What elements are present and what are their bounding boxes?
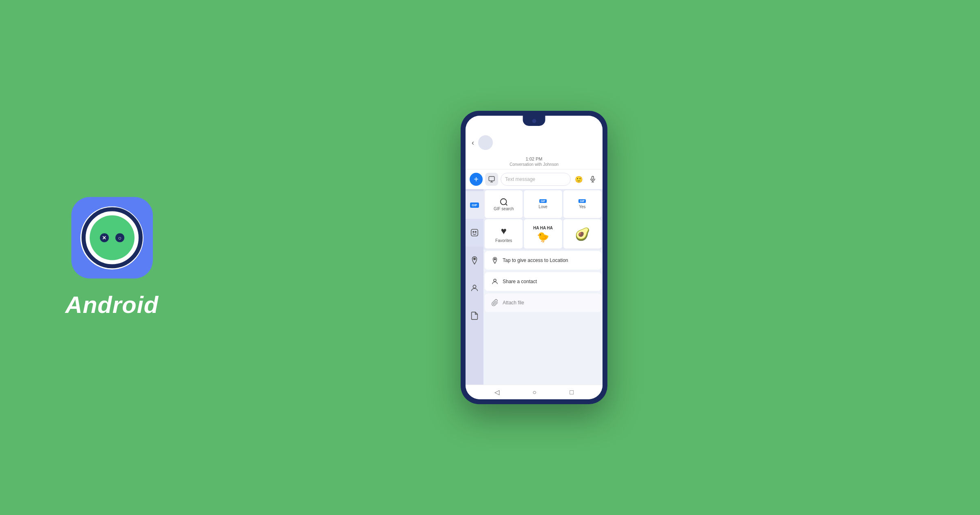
text-message-input[interactable]: Text message: [501, 173, 571, 186]
location-action-row[interactable]: Tap to give access to Location: [485, 251, 601, 270]
location-action-icon: [491, 257, 499, 264]
svg-rect-1: [592, 176, 594, 180]
sidebar-file-tab[interactable]: [466, 302, 483, 330]
favorites-label: Favorites: [495, 238, 512, 243]
gif-search-label: GIF search: [494, 207, 514, 211]
contact-action-icon: [491, 278, 499, 285]
attach-file-action-row[interactable]: Attach file: [485, 293, 601, 312]
location-action-label: Tap to give access to Location: [503, 258, 568, 263]
bottom-panel: GIF: [466, 189, 603, 385]
sidebar-sticker-tab[interactable]: [466, 219, 483, 246]
contact-action-row[interactable]: Share a contact: [485, 272, 601, 291]
gif-yes-label: Yes: [579, 205, 585, 209]
back-arrow-button[interactable]: ‹: [472, 139, 474, 147]
gif-love-label: Love: [539, 205, 547, 209]
haha-sticker-cell[interactable]: HA HA HA 🐤: [524, 219, 562, 249]
gif-grid: GIF search GIF Love GIF Yes: [483, 189, 603, 219]
status-bar: [466, 116, 603, 132]
phone-screen: ‹ 1:02 PM Conversation with Johnson +: [466, 116, 603, 399]
robot-eye-right: [115, 233, 124, 242]
conversation-label: Conversation with Johnson: [466, 162, 603, 169]
add-button[interactable]: +: [470, 173, 483, 186]
nav-recents-button[interactable]: □: [570, 389, 574, 396]
conv-header: ‹: [466, 132, 603, 154]
left-branding: Android: [65, 197, 159, 318]
scene: Android ‹ 1:02 PM Conversation with John: [0, 0, 980, 515]
gif-badge: GIF: [470, 202, 479, 208]
attach-action-label: Attach file: [503, 300, 524, 306]
phone-container: ‹ 1:02 PM Conversation with Johnson +: [461, 111, 607, 404]
input-placeholder-text: Text message: [505, 176, 535, 182]
gif-love-badge: GIF: [539, 199, 547, 203]
svg-point-3: [473, 231, 474, 233]
robot-face: [90, 216, 135, 260]
nav-back-button[interactable]: ◁: [494, 388, 499, 396]
input-area: + Text message 🙂: [466, 169, 603, 189]
camera-dot: [532, 119, 536, 123]
avocado-emoji: 🥑: [575, 227, 590, 241]
svg-point-6: [473, 285, 476, 288]
app-icon-inner: [80, 206, 143, 269]
phone: ‹ 1:02 PM Conversation with Johnson +: [461, 111, 607, 404]
gif-yes-cell[interactable]: GIF Yes: [563, 190, 601, 218]
attach-icon: [491, 299, 499, 306]
svg-point-7: [500, 198, 506, 205]
contact-action-label: Share a contact: [503, 279, 537, 284]
avocado-sticker-cell[interactable]: 🥑: [563, 219, 601, 249]
svg-point-9: [494, 258, 496, 260]
favorites-cell[interactable]: ♥ Favorites: [485, 219, 523, 249]
nav-bar: ◁ ○ □: [466, 385, 603, 399]
svg-point-10: [494, 279, 496, 282]
gif-yes-badge: GIF: [578, 199, 586, 203]
media-icon: [488, 176, 495, 183]
mic-button[interactable]: [587, 174, 598, 185]
svg-point-4: [475, 231, 476, 233]
gif-search-cell[interactable]: GIF search: [485, 190, 523, 218]
gif-love-cell[interactable]: GIF Love: [524, 190, 562, 218]
robot-eye-left: [100, 233, 109, 242]
robot-eyes: [100, 233, 124, 242]
file-icon: [470, 311, 479, 320]
media-button[interactable]: [485, 173, 498, 186]
svg-rect-2: [471, 229, 478, 236]
camera-notch: [523, 116, 545, 126]
svg-point-5: [474, 258, 476, 260]
mic-icon: [589, 176, 596, 183]
heart-icon: ♥: [501, 225, 507, 237]
panel-sidebar: GIF: [466, 189, 483, 385]
search-icon: [499, 198, 508, 207]
svg-line-8: [505, 204, 507, 205]
location-icon: [470, 256, 479, 265]
app-icon-wrapper: [71, 197, 153, 279]
sticker-grid: ♥ Favorites HA HA HA 🐤 🥑: [483, 219, 603, 250]
contact-avatar: [478, 135, 493, 150]
brand-text: Android: [65, 291, 159, 318]
panel-content: GIF search GIF Love GIF Yes: [483, 189, 603, 385]
contact-icon: [470, 284, 479, 293]
sidebar-gif-tab[interactable]: GIF: [466, 191, 483, 219]
haha-text: HA HA HA: [533, 225, 553, 231]
sticker-icon: [470, 228, 479, 237]
time-display: 1:02 PM: [466, 154, 603, 162]
sidebar-contact-tab[interactable]: [466, 274, 483, 302]
svg-rect-0: [489, 176, 494, 181]
emoji-button[interactable]: 🙂: [573, 174, 585, 185]
nav-home-button[interactable]: ○: [532, 389, 536, 396]
sidebar-location-tab[interactable]: [466, 246, 483, 274]
haha-emoji: 🐤: [537, 231, 549, 243]
